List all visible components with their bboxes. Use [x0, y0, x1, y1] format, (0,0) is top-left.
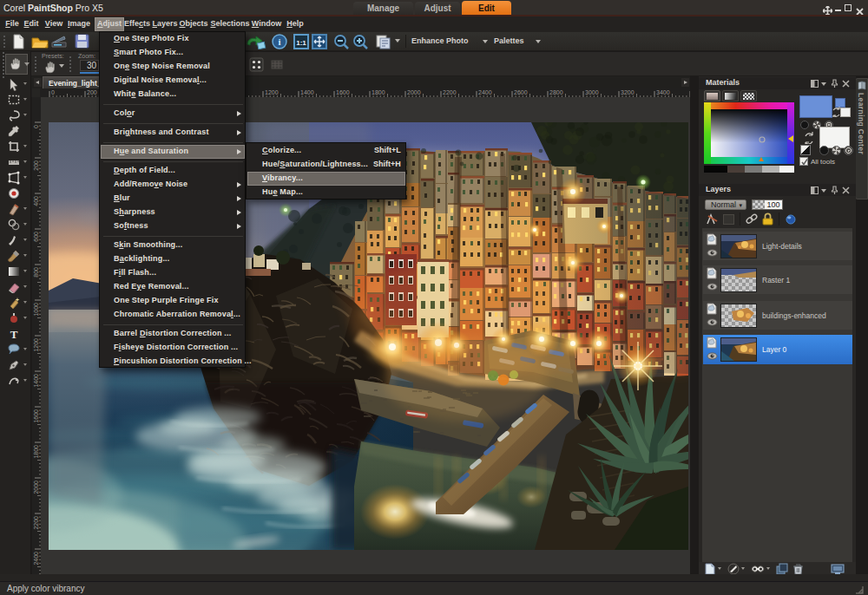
svg-text:1600: 1600 [336, 89, 350, 95]
svg-text:2800: 2800 [549, 89, 563, 95]
svg-text:200: 200 [87, 89, 97, 95]
svg-text:3000: 3000 [585, 89, 599, 95]
svg-text:i: i [278, 36, 280, 47]
svg-text:200: 200 [33, 160, 39, 171]
svg-text:2200: 2200 [443, 89, 457, 95]
svg-text:2000: 2000 [33, 481, 39, 494]
svg-text:3200: 3200 [621, 89, 635, 95]
svg-text:600: 600 [33, 232, 39, 242]
svg-text:2200: 2200 [33, 516, 39, 530]
svg-text:1000: 1000 [33, 303, 39, 317]
svg-text:800: 800 [33, 267, 39, 278]
svg-text:2400: 2400 [478, 89, 492, 95]
svg-text:3400: 3400 [656, 89, 670, 95]
svg-text:0: 0 [33, 125, 39, 128]
svg-text:T: T [10, 328, 18, 341]
svg-text:2000: 2000 [407, 89, 421, 95]
svg-text:1200: 1200 [265, 89, 279, 95]
svg-text:0: 0 [51, 89, 55, 95]
svg-text:1800: 1800 [372, 89, 385, 95]
svg-text:1800: 1800 [33, 445, 39, 459]
svg-text:1400: 1400 [33, 374, 39, 388]
svg-text:2600: 2600 [514, 89, 528, 95]
svg-text:1:1: 1:1 [296, 39, 306, 47]
svg-text:1600: 1600 [33, 409, 39, 423]
svg-text:2400: 2400 [33, 552, 39, 566]
svg-text:400: 400 [33, 196, 39, 206]
svg-text:1400: 1400 [300, 89, 314, 95]
svg-text:1200: 1200 [33, 338, 39, 352]
